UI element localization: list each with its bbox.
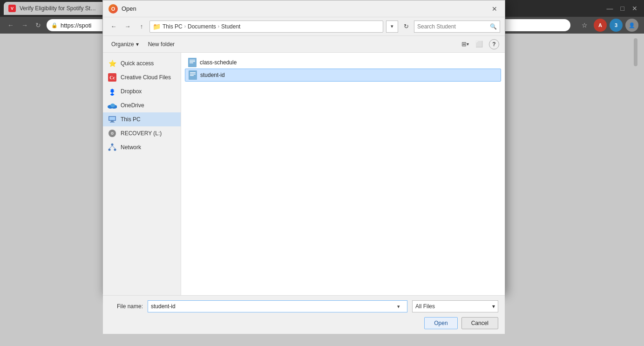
forward-btn[interactable]: →: [20, 21, 30, 30]
svg-rect-19: [190, 61, 195, 62]
breadcrumb-documents[interactable]: Documents: [188, 23, 216, 30]
view-buttons: ⊞ ▾ ⬜: [459, 38, 485, 50]
sidebar-item-creative-cloud[interactable]: Cc Creative Cloud Files: [103, 70, 181, 84]
dialog-bottom: File name: ▾ All Files ▾ Open Cancel: [103, 295, 505, 334]
sidebar-item-this-pc[interactable]: This PC: [103, 112, 181, 126]
filetype-select[interactable]: All Files ▾: [412, 300, 498, 312]
file-item-student-id[interactable]: student-id: [185, 69, 501, 82]
breadcrumb-folder-icon: 📁: [153, 23, 161, 30]
dialog-toolbar: ← → ↑ 📁 This PC › Documents › Student ▾ …: [103, 17, 505, 36]
breadcrumb-student[interactable]: Student: [221, 23, 240, 30]
quick-access-icon: ⭐: [108, 59, 117, 68]
sidebar-item-onedrive[interactable]: OneDrive: [103, 98, 181, 112]
nav-forward-btn[interactable]: →: [122, 21, 134, 33]
sidebar-label-onedrive: OneDrive: [121, 102, 144, 109]
filename-input-wrap[interactable]: ▾: [148, 300, 407, 312]
dialog-title: Open: [122, 5, 486, 12]
window-maximize-btn[interactable]: □: [618, 5, 627, 12]
svg-text:Cc: Cc: [109, 75, 115, 80]
sidebar-label-this-pc: This PC: [121, 116, 141, 123]
reload-btn[interactable]: ↻: [34, 21, 43, 30]
sidebar-label-creative-cloud: Creative Cloud Files: [121, 74, 171, 81]
tab-favicon: V: [8, 5, 16, 12]
sidebar-label-recovery: RECOVERY (L:): [121, 130, 162, 137]
nav-up-btn[interactable]: ↑: [136, 21, 148, 33]
svg-rect-8: [110, 122, 115, 123]
recovery-icon: [108, 129, 117, 138]
svg-point-4: [110, 104, 115, 107]
browser-tab[interactable]: V Verify Eligibility for Spotify Stude..…: [4, 2, 113, 15]
svg-rect-22: [190, 72, 196, 73]
sidebar-item-network[interactable]: Network: [103, 140, 181, 154]
organize-dropdown-icon: ▾: [136, 41, 139, 48]
pane-toggle-btn[interactable]: ⬜: [473, 38, 485, 50]
dialog-body: ⭐ Quick access Cc Creative Cloud Files D…: [103, 53, 505, 295]
breadcrumb-dropdown-btn[interactable]: ▾: [386, 21, 398, 33]
extension-icon-1[interactable]: A: [594, 19, 607, 32]
svg-rect-23: [190, 74, 196, 75]
this-pc-icon: [108, 115, 117, 124]
back-btn[interactable]: ←: [6, 21, 16, 30]
breadcrumb[interactable]: 📁 This PC › Documents › Student: [149, 21, 383, 33]
help-btn[interactable]: ?: [489, 39, 499, 49]
creative-cloud-icon: Cc: [108, 73, 117, 82]
filetype-value: All Files: [415, 303, 435, 310]
svg-point-13: [108, 149, 111, 151]
refresh-btn[interactable]: ↻: [400, 21, 412, 33]
svg-rect-18: [190, 60, 195, 61]
svg-rect-20: [190, 62, 193, 63]
svg-rect-24: [190, 75, 194, 76]
organize-btn[interactable]: Organize ▾: [108, 40, 142, 48]
profile-icon[interactable]: 👤: [625, 19, 638, 32]
sidebar: ⭐ Quick access Cc Creative Cloud Files D…: [103, 53, 181, 295]
sidebar-label-network: Network: [121, 144, 141, 151]
organize-label: Organize: [111, 41, 134, 48]
file-icon-student-id: [188, 70, 197, 80]
search-box[interactable]: 🔍: [414, 21, 500, 33]
view-mode-btn[interactable]: ⊞ ▾: [459, 38, 471, 50]
svg-point-11: [112, 133, 113, 134]
svg-line-16: [112, 146, 115, 149]
sidebar-item-quick-access[interactable]: ⭐ Quick access: [103, 56, 181, 70]
open-dialog: O Open ✕ ← → ↑ 📁 This PC › Documents › S…: [102, 0, 505, 294]
dialog-titlebar: O Open ✕: [103, 0, 505, 17]
lock-icon: 🔒: [51, 22, 58, 28]
svg-rect-7: [111, 121, 114, 122]
view-dropdown-icon: ▾: [467, 42, 469, 47]
onedrive-icon: [108, 101, 117, 110]
file-icon-class-schedule: [188, 58, 197, 67]
scrollbar-track[interactable]: [633, 34, 638, 346]
window-close-btn[interactable]: ✕: [629, 5, 640, 12]
open-btn[interactable]: Open: [424, 317, 457, 329]
cancel-btn[interactable]: Cancel: [461, 317, 498, 329]
dialog-title-icon: O: [108, 4, 118, 14]
filetype-dropdown-icon: ▾: [492, 303, 495, 310]
svg-point-14: [114, 149, 116, 151]
action-row: Open Cancel: [109, 317, 498, 329]
dropbox-icon: [108, 87, 117, 96]
new-folder-btn[interactable]: New folder: [145, 40, 177, 48]
svg-rect-6: [109, 117, 115, 120]
sidebar-item-recovery[interactable]: RECOVERY (L:): [103, 126, 181, 140]
breadcrumb-thispc[interactable]: This PC: [163, 23, 183, 30]
filename-dropdown-btn[interactable]: ▾: [393, 301, 404, 312]
dialog-close-btn[interactable]: ✕: [490, 4, 499, 14]
extension-icon-2[interactable]: 3: [610, 19, 623, 32]
breadcrumb-sep1: ›: [184, 24, 186, 29]
sidebar-label-dropbox: Dropbox: [121, 88, 142, 95]
view-mode-icon: ⊞: [461, 41, 467, 48]
sidebar-label-quick-access: Quick access: [121, 60, 154, 67]
svg-point-12: [111, 144, 114, 146]
file-name-student-id: student-id: [200, 72, 225, 78]
search-icon[interactable]: 🔍: [490, 23, 497, 30]
star-btn[interactable]: ☆: [578, 19, 591, 32]
nav-back-btn[interactable]: ←: [108, 21, 120, 33]
scrollbar-thumb[interactable]: [634, 38, 637, 66]
file-item-class-schedule[interactable]: class-schedule: [185, 56, 501, 69]
search-input[interactable]: [417, 23, 488, 30]
dialog-actions: Organize ▾ New folder ⊞ ▾ ⬜ ?: [103, 36, 505, 53]
window-minimize-btn[interactable]: —: [604, 5, 616, 12]
filename-input[interactable]: [151, 303, 393, 310]
filename-row: File name: ▾ All Files ▾: [109, 300, 498, 312]
sidebar-item-dropbox[interactable]: Dropbox: [103, 84, 181, 98]
